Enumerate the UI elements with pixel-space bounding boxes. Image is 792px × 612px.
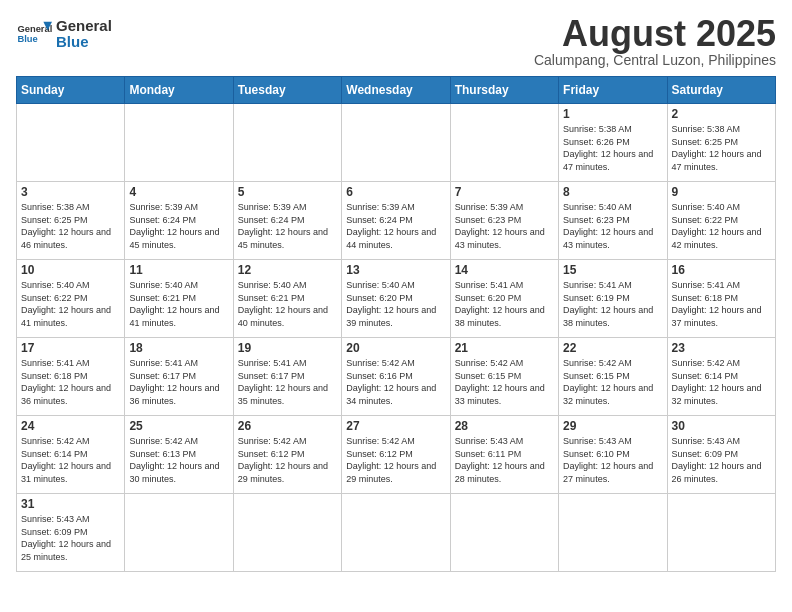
calendar-cell: 17Sunrise: 5:41 AM Sunset: 6:18 PM Dayli… <box>17 338 125 416</box>
day-number: 17 <box>21 341 120 355</box>
calendar-cell <box>342 494 450 572</box>
calendar-cell: 13Sunrise: 5:40 AM Sunset: 6:20 PM Dayli… <box>342 260 450 338</box>
day-number: 26 <box>238 419 337 433</box>
weekday-header: Sunday <box>17 77 125 104</box>
calendar-cell: 18Sunrise: 5:41 AM Sunset: 6:17 PM Dayli… <box>125 338 233 416</box>
day-info: Sunrise: 5:42 AM Sunset: 6:14 PM Dayligh… <box>21 435 120 485</box>
day-number: 30 <box>672 419 771 433</box>
day-number: 29 <box>563 419 662 433</box>
calendar-cell <box>17 104 125 182</box>
day-info: Sunrise: 5:40 AM Sunset: 6:22 PM Dayligh… <box>21 279 120 329</box>
day-info: Sunrise: 5:43 AM Sunset: 6:09 PM Dayligh… <box>672 435 771 485</box>
logo-text-blue: Blue <box>56 34 112 51</box>
logo: General Blue General Blue <box>16 16 112 52</box>
calendar-cell: 6Sunrise: 5:39 AM Sunset: 6:24 PM Daylig… <box>342 182 450 260</box>
day-number: 21 <box>455 341 554 355</box>
calendar-cell: 23Sunrise: 5:42 AM Sunset: 6:14 PM Dayli… <box>667 338 775 416</box>
day-info: Sunrise: 5:39 AM Sunset: 6:24 PM Dayligh… <box>346 201 445 251</box>
logo-text-general: General <box>56 18 112 35</box>
day-number: 12 <box>238 263 337 277</box>
day-number: 8 <box>563 185 662 199</box>
day-info: Sunrise: 5:43 AM Sunset: 6:11 PM Dayligh… <box>455 435 554 485</box>
day-number: 7 <box>455 185 554 199</box>
day-number: 27 <box>346 419 445 433</box>
calendar-cell: 16Sunrise: 5:41 AM Sunset: 6:18 PM Dayli… <box>667 260 775 338</box>
day-number: 5 <box>238 185 337 199</box>
weekday-header: Tuesday <box>233 77 341 104</box>
weekday-header: Friday <box>559 77 667 104</box>
calendar-cell: 12Sunrise: 5:40 AM Sunset: 6:21 PM Dayli… <box>233 260 341 338</box>
calendar-cell: 22Sunrise: 5:42 AM Sunset: 6:15 PM Dayli… <box>559 338 667 416</box>
day-number: 31 <box>21 497 120 511</box>
day-number: 9 <box>672 185 771 199</box>
weekday-header: Thursday <box>450 77 558 104</box>
day-info: Sunrise: 5:38 AM Sunset: 6:26 PM Dayligh… <box>563 123 662 173</box>
calendar-cell: 2Sunrise: 5:38 AM Sunset: 6:25 PM Daylig… <box>667 104 775 182</box>
calendar-cell: 21Sunrise: 5:42 AM Sunset: 6:15 PM Dayli… <box>450 338 558 416</box>
day-number: 18 <box>129 341 228 355</box>
calendar-cell <box>450 104 558 182</box>
day-info: Sunrise: 5:40 AM Sunset: 6:21 PM Dayligh… <box>238 279 337 329</box>
calendar-cell: 24Sunrise: 5:42 AM Sunset: 6:14 PM Dayli… <box>17 416 125 494</box>
day-info: Sunrise: 5:43 AM Sunset: 6:10 PM Dayligh… <box>563 435 662 485</box>
day-info: Sunrise: 5:40 AM Sunset: 6:20 PM Dayligh… <box>346 279 445 329</box>
calendar-table: SundayMondayTuesdayWednesdayThursdayFrid… <box>16 76 776 572</box>
day-info: Sunrise: 5:39 AM Sunset: 6:23 PM Dayligh… <box>455 201 554 251</box>
calendar-cell: 7Sunrise: 5:39 AM Sunset: 6:23 PM Daylig… <box>450 182 558 260</box>
weekday-header: Saturday <box>667 77 775 104</box>
calendar-week-row: 24Sunrise: 5:42 AM Sunset: 6:14 PM Dayli… <box>17 416 776 494</box>
day-number: 28 <box>455 419 554 433</box>
day-info: Sunrise: 5:42 AM Sunset: 6:15 PM Dayligh… <box>563 357 662 407</box>
day-info: Sunrise: 5:38 AM Sunset: 6:25 PM Dayligh… <box>672 123 771 173</box>
calendar-cell: 8Sunrise: 5:40 AM Sunset: 6:23 PM Daylig… <box>559 182 667 260</box>
day-info: Sunrise: 5:41 AM Sunset: 6:20 PM Dayligh… <box>455 279 554 329</box>
day-info: Sunrise: 5:43 AM Sunset: 6:09 PM Dayligh… <box>21 513 120 563</box>
calendar-cell <box>125 494 233 572</box>
calendar-title-area: August 2025 Calumpang, Central Luzon, Ph… <box>534 16 776 68</box>
day-info: Sunrise: 5:41 AM Sunset: 6:17 PM Dayligh… <box>129 357 228 407</box>
svg-text:Blue: Blue <box>17 34 37 44</box>
calendar-subtitle: Calumpang, Central Luzon, Philippines <box>534 52 776 68</box>
day-info: Sunrise: 5:42 AM Sunset: 6:16 PM Dayligh… <box>346 357 445 407</box>
day-number: 10 <box>21 263 120 277</box>
day-number: 24 <box>21 419 120 433</box>
calendar-week-row: 1Sunrise: 5:38 AM Sunset: 6:26 PM Daylig… <box>17 104 776 182</box>
calendar-cell: 14Sunrise: 5:41 AM Sunset: 6:20 PM Dayli… <box>450 260 558 338</box>
day-number: 13 <box>346 263 445 277</box>
calendar-cell: 4Sunrise: 5:39 AM Sunset: 6:24 PM Daylig… <box>125 182 233 260</box>
calendar-cell: 9Sunrise: 5:40 AM Sunset: 6:22 PM Daylig… <box>667 182 775 260</box>
calendar-cell: 25Sunrise: 5:42 AM Sunset: 6:13 PM Dayli… <box>125 416 233 494</box>
calendar-week-row: 31Sunrise: 5:43 AM Sunset: 6:09 PM Dayli… <box>17 494 776 572</box>
day-number: 25 <box>129 419 228 433</box>
logo-icon: General Blue <box>16 16 52 52</box>
day-number: 23 <box>672 341 771 355</box>
day-number: 16 <box>672 263 771 277</box>
day-info: Sunrise: 5:41 AM Sunset: 6:18 PM Dayligh… <box>672 279 771 329</box>
calendar-cell: 1Sunrise: 5:38 AM Sunset: 6:26 PM Daylig… <box>559 104 667 182</box>
day-info: Sunrise: 5:40 AM Sunset: 6:21 PM Dayligh… <box>129 279 228 329</box>
calendar-week-row: 3Sunrise: 5:38 AM Sunset: 6:25 PM Daylig… <box>17 182 776 260</box>
calendar-cell: 30Sunrise: 5:43 AM Sunset: 6:09 PM Dayli… <box>667 416 775 494</box>
day-number: 11 <box>129 263 228 277</box>
calendar-cell <box>450 494 558 572</box>
day-number: 15 <box>563 263 662 277</box>
calendar-cell <box>125 104 233 182</box>
day-number: 4 <box>129 185 228 199</box>
calendar-cell: 27Sunrise: 5:42 AM Sunset: 6:12 PM Dayli… <box>342 416 450 494</box>
calendar-cell: 26Sunrise: 5:42 AM Sunset: 6:12 PM Dayli… <box>233 416 341 494</box>
calendar-cell: 11Sunrise: 5:40 AM Sunset: 6:21 PM Dayli… <box>125 260 233 338</box>
calendar-cell: 5Sunrise: 5:39 AM Sunset: 6:24 PM Daylig… <box>233 182 341 260</box>
calendar-cell <box>233 494 341 572</box>
day-info: Sunrise: 5:42 AM Sunset: 6:12 PM Dayligh… <box>238 435 337 485</box>
day-info: Sunrise: 5:41 AM Sunset: 6:19 PM Dayligh… <box>563 279 662 329</box>
weekday-header: Wednesday <box>342 77 450 104</box>
day-info: Sunrise: 5:42 AM Sunset: 6:14 PM Dayligh… <box>672 357 771 407</box>
page-header: General Blue General Blue August 2025 Ca… <box>16 16 776 68</box>
day-number: 1 <box>563 107 662 121</box>
day-number: 22 <box>563 341 662 355</box>
calendar-cell: 19Sunrise: 5:41 AM Sunset: 6:17 PM Dayli… <box>233 338 341 416</box>
calendar-cell: 29Sunrise: 5:43 AM Sunset: 6:10 PM Dayli… <box>559 416 667 494</box>
calendar-cell <box>342 104 450 182</box>
weekday-header: Monday <box>125 77 233 104</box>
day-info: Sunrise: 5:39 AM Sunset: 6:24 PM Dayligh… <box>129 201 228 251</box>
